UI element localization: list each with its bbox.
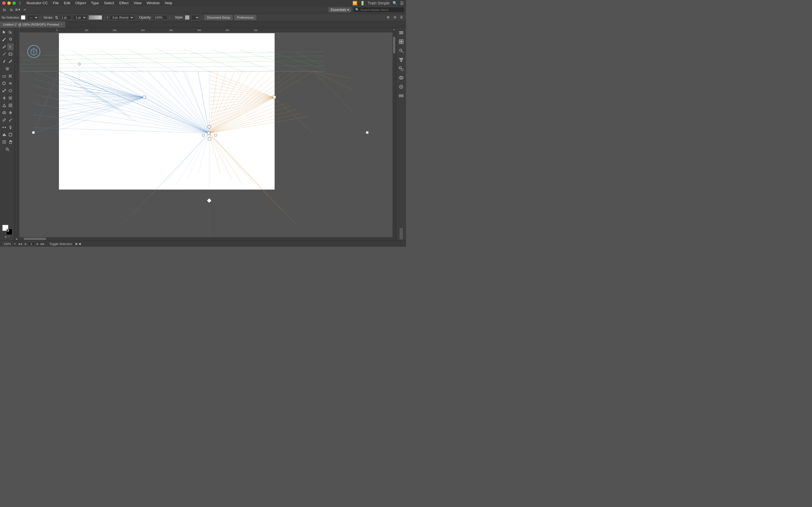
menu-item-edit[interactable]: Edit — [62, 0, 72, 6]
menu-item-select[interactable]: Select — [102, 0, 116, 6]
fill-mode-button[interactable]: ■ — [5, 235, 6, 238]
arrange-icon[interactable]: ⊞ — [385, 15, 391, 20]
zoom-tool-button[interactable] — [1, 146, 13, 153]
nav-next-button[interactable]: ▶ — [35, 242, 40, 246]
stock-search-input[interactable] — [360, 8, 403, 11]
appearance-panel-button[interactable] — [397, 83, 405, 91]
zoom-control[interactable]: ▾ — [2, 242, 15, 246]
brush-type-select[interactable]: 3 pt. Round — [110, 15, 134, 20]
eyedropper-tool-button[interactable] — [1, 117, 7, 123]
none-mode-button[interactable]: / — [9, 235, 10, 238]
paste-from-button[interactable]: ✂ — [22, 7, 28, 13]
stroke-swap-icon[interactable]: ⇅ — [55, 15, 58, 20]
perspective-widget[interactable] — [28, 45, 40, 58]
menu-item-file[interactable]: File — [51, 0, 61, 6]
blob-brush-tool-button[interactable] — [1, 65, 13, 72]
vp-handle-bottom[interactable] — [207, 198, 212, 203]
find-replace-button[interactable] — [397, 47, 405, 55]
paintbrush-tool-button[interactable] — [1, 58, 7, 65]
opacity-value-input[interactable] — [153, 15, 167, 20]
nav-first-button[interactable]: ◀◀ — [18, 242, 22, 246]
workspace-button[interactable]: ⊞▼ — [15, 7, 21, 13]
scroll-thumb-horizontal[interactable] — [24, 238, 46, 240]
zoom-chevron[interactable]: ▾ — [14, 242, 15, 245]
lasso-tool-button[interactable] — [7, 36, 13, 43]
shape-builder-tool-button[interactable] — [1, 109, 7, 116]
reflect-tool-button[interactable] — [7, 80, 13, 87]
magic-wand-tool-button[interactable] — [1, 36, 7, 43]
scroll-up-button[interactable]: ▲ — [393, 27, 396, 31]
doc-tab-close-button[interactable]: × — [61, 23, 63, 26]
live-paint-tool-button[interactable] — [7, 109, 13, 116]
handle-center-right[interactable] — [214, 134, 217, 136]
menu-item-illustrator[interactable]: Illustrator CC — [24, 0, 50, 6]
stroke-value-input[interactable] — [60, 15, 71, 20]
panel-collapse-handle[interactable]: › — [400, 228, 403, 239]
fill-color-swatch[interactable] — [21, 15, 26, 20]
status-expand-button[interactable]: ▶ — [75, 242, 78, 245]
direct-selection-tool-button[interactable] — [7, 29, 13, 36]
transform-panel-button[interactable] — [397, 65, 405, 73]
menu-item-help[interactable]: Help — [162, 0, 174, 6]
handle-center-left[interactable] — [202, 134, 204, 136]
libraries-panel-button[interactable] — [397, 38, 405, 46]
document-tab[interactable]: Untitled-1* @ 100% (RGB/GPU Preview) × — [0, 21, 66, 27]
essentials-dropdown[interactable]: Essentials ▾ — [328, 7, 351, 12]
preferences-button[interactable]: Preferences — [234, 15, 256, 20]
slice-tool-button[interactable] — [1, 138, 7, 145]
opacity-arrow[interactable]: › — [169, 15, 170, 19]
menu-item-effect[interactable]: Effect — [117, 0, 131, 6]
stroke-gradient-swatch[interactable] — [89, 15, 102, 20]
handle-left-face-tl[interactable] — [143, 96, 146, 99]
scroll-left-button[interactable]: ◀ — [15, 237, 18, 240]
layers-panel-button[interactable] — [397, 92, 405, 100]
document-setup-button[interactable]: Document Setup — [204, 15, 233, 20]
properties-panel-button[interactable] — [397, 29, 405, 37]
scissors-tool-button[interactable] — [7, 73, 13, 79]
stock-search-field[interactable]: 🔍 — [354, 7, 404, 12]
default-colors-button[interactable] — [6, 229, 8, 231]
handle-right-face-tr[interactable] — [273, 96, 276, 99]
pencil-tool-button[interactable] — [7, 58, 13, 65]
scroll-thumb-vertical[interactable] — [393, 37, 395, 54]
pathfinder-panel-button[interactable] — [397, 74, 405, 82]
column-graph-tool-button[interactable] — [1, 131, 7, 138]
eraser-tool-button[interactable] — [1, 73, 7, 79]
scrollbar-bottom[interactable]: ◀ — [15, 237, 393, 240]
width-tool-button[interactable] — [1, 95, 7, 101]
align-panel-button[interactable] — [397, 56, 405, 64]
style-select[interactable] — [191, 15, 200, 20]
menu-item-object[interactable]: Object — [73, 0, 88, 6]
mesh-tool-button[interactable] — [7, 102, 13, 109]
close-button[interactable] — [2, 1, 6, 5]
menu-item-view[interactable]: View — [132, 0, 144, 6]
stroke-style-select[interactable]: — — [27, 15, 39, 20]
style-swatch[interactable] — [185, 15, 190, 20]
measure-tool-button[interactable] — [7, 117, 13, 123]
status-collapse-button[interactable]: ◀ — [79, 242, 81, 245]
free-transform-tool-button[interactable] — [7, 95, 13, 101]
type-tool-button[interactable]: T — [7, 43, 13, 50]
menu-item-type[interactable]: Type — [89, 0, 101, 6]
scrollbar-right[interactable]: ▲ — [393, 27, 396, 240]
control-strip-icon[interactable]: ☰ — [400, 1, 404, 5]
hand-tool-button[interactable] — [7, 138, 13, 145]
artboard-tool-button[interactable] — [7, 131, 13, 138]
artboard-number-input[interactable] — [28, 242, 35, 246]
scale-tool-button[interactable] — [1, 87, 7, 94]
nav-last-button[interactable]: ▶▶ — [40, 242, 45, 246]
selection-tool-button[interactable] — [1, 29, 7, 36]
apple-menu-icon[interactable]:  — [19, 1, 21, 6]
stroke-mode-button[interactable]: □ — [7, 235, 8, 238]
zoom-input[interactable] — [2, 242, 13, 246]
handle-center-main[interactable] — [207, 132, 210, 135]
canvas-area[interactable]: 0 100 200 300 400 500 600 700 — [15, 27, 396, 240]
blend-tool-button[interactable] — [1, 124, 7, 131]
stock-button[interactable]: St — [8, 7, 14, 13]
nav-prev-button[interactable]: ◀ — [23, 242, 28, 246]
rotate-tool-button[interactable] — [1, 80, 7, 87]
perspective-grid-tool-button[interactable] — [1, 102, 7, 109]
maximize-button[interactable] — [12, 1, 16, 5]
menu-icon[interactable]: ☰ — [399, 15, 404, 20]
rect-tool-button[interactable] — [7, 51, 13, 57]
